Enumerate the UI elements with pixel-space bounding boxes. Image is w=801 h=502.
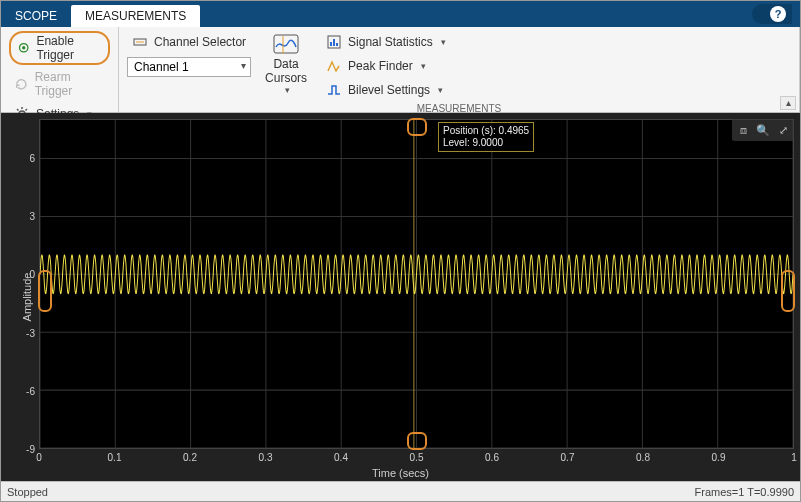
- plot-toolbar: ⧈ 🔍 ⤢: [732, 119, 794, 141]
- svg-line-7: [17, 109, 19, 111]
- bilevel-icon: [326, 82, 342, 98]
- chevron-down-icon: ▾: [285, 85, 290, 95]
- y-tick: -3: [19, 327, 35, 338]
- chevron-down-icon: ▾: [441, 37, 446, 47]
- y-tick: -9: [19, 444, 35, 455]
- cursor-bottom-marker[interactable]: [407, 432, 427, 450]
- zoom-out-icon[interactable]: ⤢: [774, 121, 792, 139]
- stats-icon: [326, 34, 342, 50]
- tab-bar: SCOPE MEASUREMENTS ?: [1, 1, 800, 27]
- y-tick: -6: [19, 385, 35, 396]
- zoom-in-icon[interactable]: 🔍: [754, 121, 772, 139]
- x-tick: 0.7: [561, 452, 575, 463]
- x-axis-label: Time (secs): [372, 467, 429, 479]
- x-tick: 0.2: [183, 452, 197, 463]
- data-cursors-label: Data Cursors: [265, 57, 307, 85]
- bilevel-settings-button[interactable]: Bilevel Settings ▾: [321, 79, 451, 101]
- signal-statistics-button[interactable]: Signal Statistics ▾: [321, 31, 451, 53]
- help-button[interactable]: ?: [752, 4, 792, 24]
- rearm-trigger-label: Rearm Trigger: [35, 70, 105, 98]
- enable-trigger-label: Enable Trigger: [36, 34, 102, 62]
- x-tick: 0.8: [636, 452, 650, 463]
- svg-rect-16: [330, 42, 332, 46]
- ribbon: Enable Trigger Rearm Trigger Settings ▾ …: [1, 27, 800, 113]
- y-tick: 3: [19, 211, 35, 222]
- plot-area: ⧈ 🔍 ⤢ Amplitude Time (secs) Position (s)…: [1, 113, 800, 481]
- scope-canvas[interactable]: Position (s): 0.4965 Level: 9.0000: [39, 119, 794, 449]
- y-tick: 0: [19, 269, 35, 280]
- signal-statistics-label: Signal Statistics: [348, 35, 433, 49]
- ribbon-collapse-button[interactable]: ▴: [780, 96, 796, 110]
- channel-select-value: Channel 1: [134, 60, 189, 74]
- x-tick: 0.9: [712, 452, 726, 463]
- peak-finder-button[interactable]: Peak Finder ▾: [321, 55, 451, 77]
- chevron-down-icon: ▾: [421, 61, 426, 71]
- bilevel-settings-label: Bilevel Settings: [348, 83, 430, 97]
- y-tick: 6: [19, 152, 35, 163]
- enable-trigger-button[interactable]: Enable Trigger: [9, 31, 110, 65]
- y-axis-label: Amplitude: [21, 273, 33, 322]
- tab-measurements[interactable]: MEASUREMENTS: [71, 5, 200, 27]
- level-left-marker[interactable]: [38, 270, 52, 312]
- x-tick: 0.4: [334, 452, 348, 463]
- cursor-icon: [272, 33, 300, 57]
- x-tick: 0.3: [259, 452, 273, 463]
- channel-selector-label: Channel Selector: [154, 35, 246, 49]
- trigger-icon: [17, 40, 30, 56]
- zoom-box-icon[interactable]: ⧈: [734, 121, 752, 139]
- status-right: Frames=1 T=0.9990: [695, 486, 794, 498]
- peak-icon: [326, 58, 342, 74]
- x-tick: 0.1: [108, 452, 122, 463]
- x-tick: 0.5: [410, 452, 424, 463]
- chevron-down-icon: ▾: [438, 85, 443, 95]
- tab-scope[interactable]: SCOPE: [1, 5, 71, 27]
- svg-rect-18: [336, 43, 338, 46]
- help-icon: ?: [770, 6, 786, 22]
- rearm-trigger-button[interactable]: Rearm Trigger: [9, 67, 110, 101]
- svg-rect-17: [333, 39, 335, 46]
- x-tick: 1: [791, 452, 797, 463]
- x-tick: 0.6: [485, 452, 499, 463]
- status-bar: Stopped Frames=1 T=0.9990: [1, 481, 800, 501]
- data-cursors-button[interactable]: Data Cursors ▾: [261, 31, 311, 97]
- status-left: Stopped: [7, 486, 48, 498]
- channel-select[interactable]: Channel 1: [127, 57, 251, 77]
- cursor-readout: Position (s): 0.4965 Level: 9.0000: [438, 122, 534, 152]
- level-right-marker[interactable]: [781, 270, 795, 312]
- svg-point-1: [22, 46, 25, 49]
- channel-icon: [132, 34, 148, 50]
- channel-selector-label-row: Channel Selector: [127, 31, 251, 53]
- cursor-top-marker[interactable]: [407, 118, 427, 136]
- peak-finder-label: Peak Finder: [348, 59, 413, 73]
- rearm-icon: [14, 76, 29, 92]
- x-tick: 0: [36, 452, 42, 463]
- svg-line-10: [26, 109, 28, 111]
- plot-grid: [40, 120, 793, 448]
